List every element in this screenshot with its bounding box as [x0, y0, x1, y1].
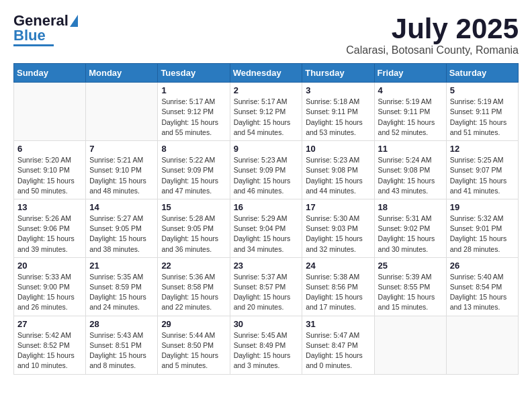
day-number: 29	[161, 319, 226, 329]
day-number: 26	[450, 261, 515, 271]
col-thursday: Thursday	[302, 64, 374, 83]
col-wednesday: Wednesday	[230, 64, 302, 83]
logo-blue: Blue	[13, 28, 46, 43]
month-title: July 2025	[346, 13, 519, 44]
day-number: 7	[89, 144, 154, 154]
day-info: Sunrise: 5:27 AM Sunset: 9:05 PM Dayligh…	[89, 214, 154, 255]
day-number: 8	[161, 144, 226, 154]
day-info: Sunrise: 5:47 AM Sunset: 8:47 PM Dayligh…	[306, 330, 370, 371]
location-subtitle: Calarasi, Botosani County, Romania	[346, 44, 519, 56]
calendar-day-cell: 13Sunrise: 5:26 AM Sunset: 9:06 PM Dayli…	[14, 199, 86, 257]
day-number: 6	[17, 144, 82, 154]
day-number: 4	[378, 85, 443, 95]
day-info: Sunrise: 5:20 AM Sunset: 9:10 PM Dayligh…	[17, 155, 82, 196]
day-info: Sunrise: 5:30 AM Sunset: 9:03 PM Dayligh…	[306, 214, 370, 255]
calendar-day-cell: 27Sunrise: 5:42 AM Sunset: 8:52 PM Dayli…	[14, 316, 86, 374]
calendar-day-cell: 20Sunrise: 5:33 AM Sunset: 9:00 PM Dayli…	[14, 257, 86, 316]
day-number: 10	[306, 144, 370, 154]
day-number: 19	[450, 202, 515, 212]
calendar-day-cell: 16Sunrise: 5:29 AM Sunset: 9:04 PM Dayli…	[230, 199, 302, 257]
calendar-day-cell	[374, 316, 446, 374]
calendar-week-row: 13Sunrise: 5:26 AM Sunset: 9:06 PM Dayli…	[14, 199, 519, 257]
col-sunday: Sunday	[14, 64, 86, 83]
day-info: Sunrise: 5:43 AM Sunset: 8:51 PM Dayligh…	[89, 330, 154, 371]
day-number: 14	[89, 202, 154, 212]
day-number: 28	[89, 319, 154, 329]
calendar-day-cell: 24Sunrise: 5:38 AM Sunset: 8:56 PM Dayli…	[302, 257, 374, 316]
calendar-day-cell: 9Sunrise: 5:23 AM Sunset: 9:09 PM Daylig…	[230, 141, 302, 199]
calendar-day-cell	[446, 316, 518, 374]
calendar-day-cell: 19Sunrise: 5:32 AM Sunset: 9:01 PM Dayli…	[446, 199, 518, 257]
day-info: Sunrise: 5:19 AM Sunset: 9:11 PM Dayligh…	[378, 97, 443, 138]
calendar-table: Sunday Monday Tuesday Wednesday Thursday…	[13, 63, 519, 374]
calendar-day-cell: 25Sunrise: 5:39 AM Sunset: 8:55 PM Dayli…	[374, 257, 446, 316]
day-info: Sunrise: 5:18 AM Sunset: 9:11 PM Dayligh…	[306, 97, 370, 138]
title-area: July 2025 Calarasi, Botosani County, Rom…	[346, 13, 519, 56]
day-info: Sunrise: 5:33 AM Sunset: 9:00 PM Dayligh…	[17, 272, 82, 313]
day-info: Sunrise: 5:44 AM Sunset: 8:50 PM Dayligh…	[161, 330, 226, 371]
day-number: 2	[234, 85, 299, 95]
day-info: Sunrise: 5:31 AM Sunset: 9:02 PM Dayligh…	[378, 214, 443, 255]
day-info: Sunrise: 5:25 AM Sunset: 9:07 PM Dayligh…	[450, 155, 515, 196]
day-info: Sunrise: 5:23 AM Sunset: 9:08 PM Dayligh…	[306, 155, 370, 196]
calendar-day-cell: 12Sunrise: 5:25 AM Sunset: 9:07 PM Dayli…	[446, 141, 518, 199]
calendar-week-row: 6Sunrise: 5:20 AM Sunset: 9:10 PM Daylig…	[14, 141, 519, 199]
calendar-day-cell: 21Sunrise: 5:35 AM Sunset: 8:59 PM Dayli…	[86, 257, 158, 316]
day-info: Sunrise: 5:37 AM Sunset: 8:57 PM Dayligh…	[234, 272, 299, 313]
logo-underline	[13, 44, 54, 46]
day-number: 5	[450, 85, 515, 95]
col-friday: Friday	[374, 64, 446, 83]
day-number: 31	[306, 319, 370, 329]
calendar-day-cell: 11Sunrise: 5:24 AM Sunset: 9:08 PM Dayli…	[374, 141, 446, 199]
day-number: 11	[378, 144, 443, 154]
day-info: Sunrise: 5:22 AM Sunset: 9:09 PM Dayligh…	[161, 155, 226, 196]
calendar-week-row: 20Sunrise: 5:33 AM Sunset: 9:00 PM Dayli…	[14, 257, 519, 316]
day-number: 3	[306, 85, 370, 95]
day-info: Sunrise: 5:28 AM Sunset: 9:05 PM Dayligh…	[161, 214, 226, 255]
calendar-header-row: Sunday Monday Tuesday Wednesday Thursday…	[14, 64, 519, 83]
day-number: 18	[378, 202, 443, 212]
day-number: 24	[306, 261, 370, 271]
calendar-day-cell: 22Sunrise: 5:36 AM Sunset: 8:58 PM Dayli…	[158, 257, 230, 316]
header: General Blue July 2025 Calarasi, Botosan…	[13, 13, 519, 56]
day-info: Sunrise: 5:17 AM Sunset: 9:12 PM Dayligh…	[161, 97, 226, 138]
day-number: 23	[234, 261, 299, 271]
day-info: Sunrise: 5:21 AM Sunset: 9:10 PM Dayligh…	[89, 155, 154, 196]
calendar-day-cell: 6Sunrise: 5:20 AM Sunset: 9:10 PM Daylig…	[14, 141, 86, 199]
day-info: Sunrise: 5:19 AM Sunset: 9:11 PM Dayligh…	[450, 97, 515, 138]
day-number: 1	[161, 85, 226, 95]
day-number: 20	[17, 261, 82, 271]
day-info: Sunrise: 5:45 AM Sunset: 8:49 PM Dayligh…	[234, 330, 299, 371]
day-number: 30	[234, 319, 299, 329]
col-monday: Monday	[86, 64, 158, 83]
calendar-day-cell: 15Sunrise: 5:28 AM Sunset: 9:05 PM Dayli…	[158, 199, 230, 257]
day-info: Sunrise: 5:24 AM Sunset: 9:08 PM Dayligh…	[378, 155, 443, 196]
day-number: 27	[17, 319, 82, 329]
calendar-day-cell: 18Sunrise: 5:31 AM Sunset: 9:02 PM Dayli…	[374, 199, 446, 257]
logo-general: General	[13, 13, 69, 28]
day-number: 15	[161, 202, 226, 212]
logo-triangle-icon	[70, 15, 78, 27]
col-tuesday: Tuesday	[158, 64, 230, 83]
calendar-day-cell: 8Sunrise: 5:22 AM Sunset: 9:09 PM Daylig…	[158, 141, 230, 199]
col-saturday: Saturday	[446, 64, 518, 83]
calendar-day-cell: 4Sunrise: 5:19 AM Sunset: 9:11 PM Daylig…	[374, 83, 446, 141]
day-info: Sunrise: 5:39 AM Sunset: 8:55 PM Dayligh…	[378, 272, 443, 313]
day-info: Sunrise: 5:17 AM Sunset: 9:12 PM Dayligh…	[234, 97, 299, 138]
day-number: 13	[17, 202, 82, 212]
calendar-day-cell: 3Sunrise: 5:18 AM Sunset: 9:11 PM Daylig…	[302, 83, 374, 141]
calendar-week-row: 27Sunrise: 5:42 AM Sunset: 8:52 PM Dayli…	[14, 316, 519, 374]
calendar-day-cell: 26Sunrise: 5:40 AM Sunset: 8:54 PM Dayli…	[446, 257, 518, 316]
day-info: Sunrise: 5:42 AM Sunset: 8:52 PM Dayligh…	[17, 330, 82, 371]
day-info: Sunrise: 5:36 AM Sunset: 8:58 PM Dayligh…	[161, 272, 226, 313]
day-info: Sunrise: 5:40 AM Sunset: 8:54 PM Dayligh…	[450, 272, 515, 313]
logo: General Blue	[13, 13, 78, 46]
calendar-day-cell: 28Sunrise: 5:43 AM Sunset: 8:51 PM Dayli…	[86, 316, 158, 374]
day-number: 25	[378, 261, 443, 271]
calendar-day-cell: 29Sunrise: 5:44 AM Sunset: 8:50 PM Dayli…	[158, 316, 230, 374]
calendar-day-cell: 30Sunrise: 5:45 AM Sunset: 8:49 PM Dayli…	[230, 316, 302, 374]
day-number: 9	[234, 144, 299, 154]
day-info: Sunrise: 5:38 AM Sunset: 8:56 PM Dayligh…	[306, 272, 370, 313]
calendar-day-cell	[14, 83, 86, 141]
calendar-day-cell: 1Sunrise: 5:17 AM Sunset: 9:12 PM Daylig…	[158, 83, 230, 141]
